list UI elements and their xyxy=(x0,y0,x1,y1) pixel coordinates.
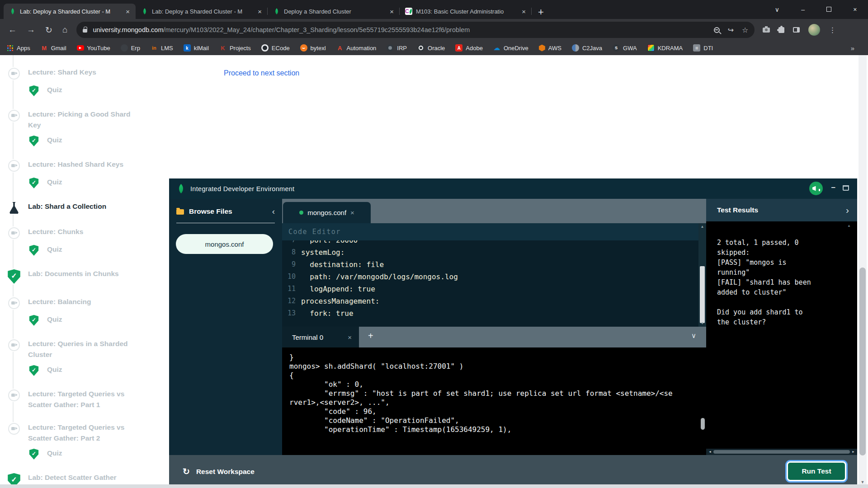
code-editor[interactable]: 7 port: 26000 8 systemLog: 9 destination… xyxy=(282,240,706,327)
terminal-tab-close-icon[interactable]: × xyxy=(348,333,352,341)
page-scrollbar[interactable]: ▼ xyxy=(859,55,867,488)
bookmark-item[interactable]: OneDrive xyxy=(493,44,528,52)
lesson-item[interactable]: Lecture: Hashed Shard Keys xyxy=(0,159,168,173)
editor-scrollbar[interactable]: ▲ ▼ xyxy=(698,223,706,327)
ide-minimize-button[interactable]: – xyxy=(831,183,835,192)
lesson-item[interactable]: Lecture: Chunks xyxy=(0,226,168,240)
bookmark-star-icon[interactable]: ☆ xyxy=(742,26,748,34)
new-tab-button[interactable]: + xyxy=(538,7,544,17)
lesson-item[interactable]: Quiz xyxy=(0,448,168,460)
lesson-item[interactable]: Lecture: Targeted Queries vs Scatter Gat… xyxy=(0,422,168,444)
editor-tab-mongos-conf[interactable]: mongos.conf × xyxy=(283,202,371,223)
bookmark-item[interactable]: LMS xyxy=(151,44,173,52)
lesson-item[interactable]: Quiz xyxy=(0,177,168,189)
lesson-item[interactable]: Quiz xyxy=(0,84,168,97)
tests-hscroll-thumb[interactable] xyxy=(713,450,850,454)
bookmark-item[interactable]: Gmail xyxy=(41,44,66,52)
bookmark-item[interactable]: IRP xyxy=(387,44,407,52)
close-window-button[interactable]: × xyxy=(846,6,864,13)
terminal-scroll-thumb[interactable] xyxy=(701,418,705,430)
lesson-item[interactable]: Quiz xyxy=(0,244,168,257)
bookmarks-overflow-icon[interactable]: » xyxy=(851,44,854,52)
test-results-collapse-icon[interactable]: › xyxy=(846,205,849,216)
ide-expand-icon[interactable] xyxy=(843,185,849,191)
forward-button[interactable]: → xyxy=(27,25,35,35)
lesson-item[interactable]: Lab: Detect Scatter Gather Queries xyxy=(0,472,168,484)
page-scroll-down-icon[interactable]: ▼ xyxy=(859,480,867,484)
new-terminal-button[interactable]: + xyxy=(368,331,373,341)
lesson-status-icon xyxy=(28,314,40,327)
proceed-next-section-link[interactable]: Proceed to next section xyxy=(224,69,299,77)
bookmark-item[interactable]: Automation xyxy=(336,44,377,52)
page-scroll-thumb[interactable] xyxy=(859,267,866,455)
bookmark-item[interactable]: Adobe xyxy=(455,44,483,52)
lesson-item[interactable]: Lecture: Picking a Good Shard Key xyxy=(0,109,168,131)
lesson-item[interactable]: Lecture: Shard Keys xyxy=(0,67,168,80)
ide-footer: ↻ Reset Workspace Run Test xyxy=(169,455,857,488)
test-results-output[interactable]: 2 total, 1 passed, 0skipped:[PASS] "mong… xyxy=(706,221,857,449)
lesson-item[interactable]: Quiz xyxy=(0,314,168,327)
lesson-item[interactable]: Quiz xyxy=(0,135,168,147)
window-chevron-icon[interactable]: ∨ xyxy=(768,6,786,13)
bookmark-item[interactable]: Apps xyxy=(6,44,30,52)
bookmark-item[interactable]: Projects xyxy=(219,44,251,52)
file-item-mongos-conf[interactable]: mongos.conf xyxy=(176,234,273,254)
zoom-icon[interactable] xyxy=(714,27,720,33)
tab-close-icon[interactable]: × xyxy=(520,8,527,15)
line-number: 11 xyxy=(285,283,296,295)
scroll-left-icon[interactable]: ◄ xyxy=(708,450,712,453)
screenshot-extension-icon[interactable] xyxy=(763,28,770,33)
scroll-down-icon[interactable]: ▼ xyxy=(698,321,706,325)
bookmark-item[interactable]: Erp xyxy=(121,44,140,52)
tests-scroll-up-icon[interactable]: ▲ xyxy=(847,224,851,228)
bookmark-item[interactable]: YouTube xyxy=(77,45,110,52)
terminal-output[interactable]: }mongos> sh.addShard( "localhost:27001" … xyxy=(282,347,706,455)
lesson-item[interactable]: Quiz xyxy=(0,364,168,377)
reset-workspace-button[interactable]: Reset Workspace xyxy=(196,468,255,476)
extensions-icon[interactable] xyxy=(778,27,784,33)
back-button[interactable]: ← xyxy=(8,25,17,35)
tab-close-icon[interactable]: × xyxy=(124,8,131,15)
terminal-collapse-icon[interactable]: ∨ xyxy=(691,332,696,340)
bookmark-item[interactable]: DTI xyxy=(693,44,713,52)
home-button[interactable]: ⌂ xyxy=(62,25,67,35)
run-test-button[interactable]: Run Test xyxy=(787,461,846,481)
url-text[interactable]: university.mongodb.com/mercury/M103/2022… xyxy=(93,26,708,33)
feedback-button[interactable] xyxy=(809,182,823,195)
bookmark-item[interactable]: AWS xyxy=(539,45,561,52)
menu-kebab-icon[interactable]: ⋮ xyxy=(829,26,839,34)
profile-avatar[interactable] xyxy=(808,24,820,36)
scroll-up-icon[interactable]: ▲ xyxy=(698,225,706,229)
bookmark-item[interactable]: klMail xyxy=(184,44,209,52)
terminal-tab-0[interactable]: Terminal 0 × xyxy=(282,327,359,347)
editor-tab-close-icon[interactable]: × xyxy=(350,209,354,216)
tab-close-icon[interactable]: × xyxy=(388,8,395,15)
minimize-button[interactable]: – xyxy=(794,6,812,13)
browser-tab[interactable]: M103: Basic Cluster Administratio × xyxy=(400,4,532,19)
lesson-item[interactable]: Lecture: Balancing xyxy=(0,296,168,310)
browser-tab[interactable]: Lab: Deploy a Sharded Cluster - M × xyxy=(136,4,268,19)
tests-horizontal-scrollbar[interactable]: ◄ ► xyxy=(706,449,857,455)
share-icon[interactable]: ↪ xyxy=(728,26,734,34)
bookmark-item[interactable]: bytexl xyxy=(300,44,326,52)
side-panel-icon[interactable] xyxy=(793,27,800,33)
bookmark-item[interactable]: GWA xyxy=(613,44,637,52)
reload-button[interactable]: ↻ xyxy=(45,25,52,35)
tab-close-icon[interactable]: × xyxy=(256,8,263,15)
lesson-item[interactable]: Lab: Shard a Collection xyxy=(0,201,168,215)
browser-tab[interactable]: Deploy a Sharded Cluster × xyxy=(268,4,400,19)
editor-scroll-thumb[interactable] xyxy=(700,266,705,323)
lesson-item[interactable]: Lecture: Queries in a Sharded Cluster xyxy=(0,338,168,360)
scroll-right-icon[interactable]: ► xyxy=(852,450,855,453)
bookmark-item[interactable]: KDRAMA xyxy=(647,44,683,52)
address-bar[interactable]: university.mongodb.com/mercury/M103/2022… xyxy=(76,22,755,38)
bookmark-item[interactable]: Oracle xyxy=(417,44,445,52)
bookmark-item[interactable]: ECode xyxy=(261,44,290,52)
collapse-files-icon[interactable]: ‹ xyxy=(272,206,275,216)
bookmark-item[interactable]: C2Java xyxy=(572,44,602,52)
lesson-item[interactable]: Lab: Documents in Chunks xyxy=(0,268,168,285)
lesson-item[interactable]: Lecture: Targeted Queries vs Scatter Gat… xyxy=(0,389,168,410)
browser-tab[interactable]: Lab: Deploy a Sharded Cluster - M × xyxy=(4,4,136,19)
lock-icon[interactable] xyxy=(83,29,87,33)
maximize-button[interactable] xyxy=(820,6,838,13)
